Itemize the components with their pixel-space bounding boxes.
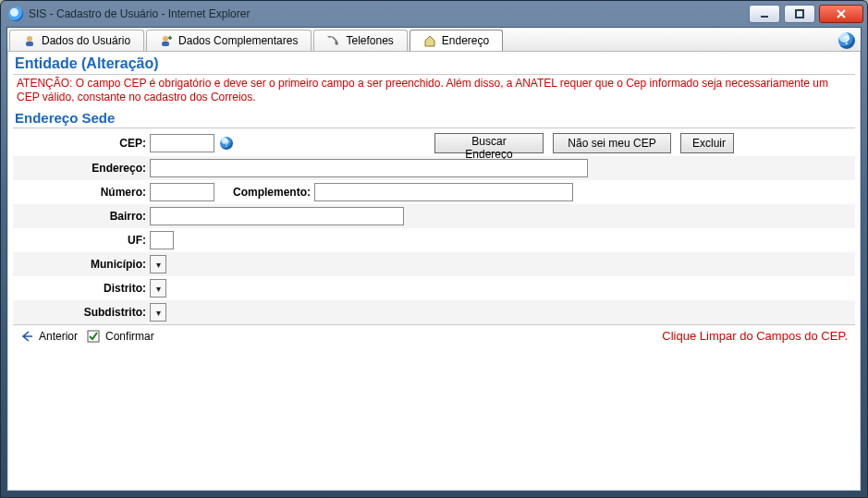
label-complemento: Complemento:: [214, 186, 314, 199]
tab-telefones[interactable]: Telefones: [313, 30, 407, 51]
user-plus-icon: [160, 34, 173, 47]
tab-label: Endereço: [442, 34, 489, 47]
chevron-down-icon: ▾: [151, 304, 165, 321]
phone-icon: [327, 34, 340, 47]
label-distrito: Distrito:: [20, 282, 150, 295]
nao-sei-cep-button[interactable]: Não sei meu CEP: [553, 133, 671, 153]
svg-point-2: [27, 36, 32, 42]
maximize-button[interactable]: [784, 5, 815, 23]
help-icon[interactable]: ?: [838, 32, 855, 49]
uf-input[interactable]: [150, 231, 174, 249]
footer-hint: Clique Limpar do Campos do CEP.: [662, 329, 848, 343]
page-title: Entidade (Alteração): [13, 55, 855, 75]
cep-help-icon[interactable]: ?: [220, 137, 233, 150]
row-cep: CEP: ? Buscar Endereço Não sei meu CEP E…: [13, 130, 855, 156]
anterior-label: Anterior: [39, 330, 78, 343]
tab-label: Dados do Usuário: [42, 34, 130, 47]
titlebar: SIS - Cadastro de Usuário - Internet Exp…: [1, 1, 867, 27]
svg-rect-0: [761, 16, 768, 18]
row-distrito: Distrito: ▾: [13, 276, 855, 300]
client-area: Dados do Usuário Dados Complementares Te…: [6, 27, 862, 492]
municipio-select[interactable]: ▾: [150, 255, 166, 273]
minimize-button[interactable]: [749, 5, 780, 23]
bairro-input[interactable]: [150, 207, 404, 225]
svg-rect-3: [26, 42, 33, 46]
row-bairro: Bairro:: [13, 204, 855, 228]
warning-text: ATENÇÃO: O campo CEP é obrigatório e dev…: [13, 75, 855, 106]
excluir-button[interactable]: Excluir: [680, 133, 734, 153]
endereco-input[interactable]: [150, 159, 588, 177]
label-cep: CEP:: [20, 137, 150, 150]
svg-point-4: [163, 36, 168, 42]
tab-label: Dados Complementares: [178, 34, 298, 47]
buscar-endereco-button[interactable]: Buscar Endereço: [434, 133, 544, 153]
subdistrito-select[interactable]: ▾: [150, 303, 166, 322]
label-endereco: Endereço:: [20, 162, 150, 175]
cep-input[interactable]: [150, 134, 214, 152]
tab-endereco[interactable]: Endereço: [410, 30, 503, 51]
chevron-down-icon: ▾: [151, 256, 165, 273]
row-numero: Número: Complemento:: [13, 180, 855, 204]
numero-input[interactable]: [150, 183, 214, 201]
close-button[interactable]: [819, 5, 863, 23]
arrow-left-icon: [20, 330, 33, 343]
complemento-input[interactable]: [314, 183, 573, 201]
footer: Anterior Confirmar Clique Limpar do Camp…: [13, 324, 855, 346]
window-frame: SIS - Cadastro de Usuário - Internet Exp…: [0, 0, 868, 498]
home-icon: [423, 34, 436, 47]
ie-icon: [8, 6, 23, 21]
page-body: Entidade (Alteração) ATENÇÃO: O campo CE…: [7, 52, 861, 346]
confirmar-label: Confirmar: [105, 330, 154, 343]
svg-rect-5: [162, 42, 169, 46]
confirmar-button[interactable]: Confirmar: [87, 330, 154, 343]
row-uf: UF:: [13, 228, 855, 252]
tabbar: Dados do Usuário Dados Complementares Te…: [7, 28, 861, 52]
check-icon: [87, 330, 100, 343]
window-title: SIS - Cadastro de Usuário - Internet Exp…: [29, 7, 749, 20]
anterior-button[interactable]: Anterior: [20, 330, 78, 343]
row-subdistrito: Subdistrito: ▾: [13, 300, 855, 324]
address-form: CEP: ? Buscar Endereço Não sei meu CEP E…: [13, 128, 855, 324]
window-controls: [749, 5, 863, 23]
label-numero: Número:: [20, 186, 150, 199]
row-endereco: Endereço:: [13, 156, 855, 180]
chevron-down-icon: ▾: [151, 280, 165, 297]
tab-dados-complementares[interactable]: Dados Complementares: [146, 30, 312, 51]
row-municipio: Município: ▾: [13, 252, 855, 276]
label-municipio: Município:: [20, 258, 150, 271]
distrito-select[interactable]: ▾: [150, 279, 166, 298]
tab-dados-usuario[interactable]: Dados do Usuário: [9, 30, 144, 51]
user-icon: [23, 34, 36, 47]
label-subdistrito: Subdistrito:: [20, 306, 150, 319]
section-title: Endereço Sede: [13, 108, 855, 128]
tab-label: Telefones: [346, 34, 393, 47]
label-bairro: Bairro:: [20, 210, 150, 223]
label-uf: UF:: [20, 234, 150, 247]
svg-rect-1: [796, 10, 803, 18]
